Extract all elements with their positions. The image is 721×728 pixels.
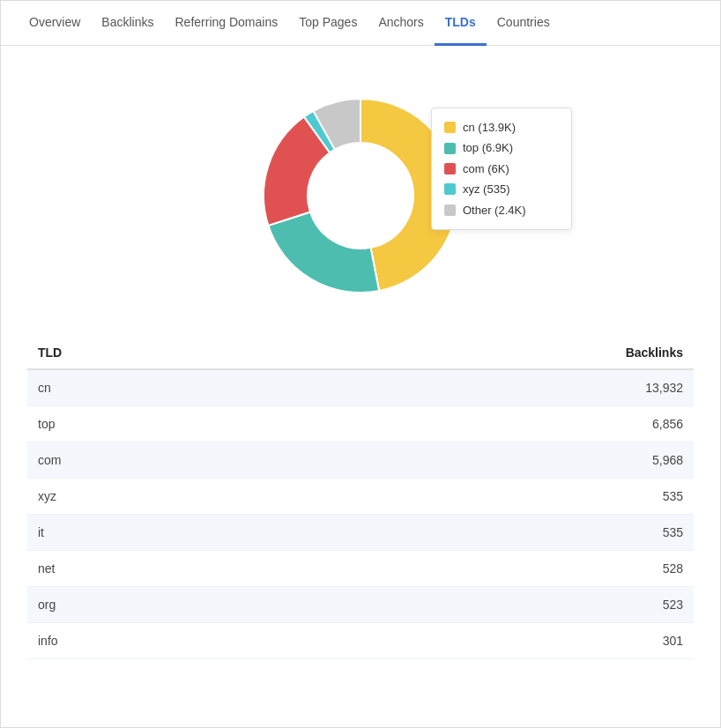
nav-tab-countries[interactable]: Countries [487, 1, 561, 46]
tld-cell: it [27, 515, 270, 551]
nav-tab-referring-domains[interactable]: Referring Domains [165, 1, 289, 46]
tld-cell: org [27, 587, 270, 623]
tooltip-item: top (6.9K) [444, 137, 559, 158]
tooltip-label: xyz (535) [463, 179, 509, 199]
nav-tab-overview[interactable]: Overview [19, 1, 91, 46]
nav-tab-backlinks[interactable]: Backlinks [91, 1, 164, 46]
tld-table: TLD Backlinks cn13,932top6,856com5,968xy… [27, 337, 694, 659]
backlinks-cell: 523 [270, 587, 694, 623]
col-backlinks-header: Backlinks [270, 337, 694, 369]
table-row: org523 [27, 587, 694, 623]
tld-cell: net [27, 551, 270, 587]
table-row: xyz535 [27, 479, 694, 515]
table-row: com5,968 [27, 442, 694, 479]
table-row: top6,856 [27, 406, 694, 442]
tooltip-swatch [444, 143, 456, 154]
chart-area: cn (13.9K)top (6.9K)com (6K)xyz (535)Oth… [1, 46, 720, 328]
backlinks-cell: 535 [270, 515, 694, 551]
tooltip-item: cn (13.9K) [444, 117, 559, 137]
backlinks-cell: 528 [270, 551, 694, 587]
tld-cell: com [27, 442, 270, 479]
nav-tabs: OverviewBacklinksReferring DomainsTop Pa… [1, 1, 720, 46]
backlinks-cell: 6,856 [270, 406, 694, 442]
table-section: TLD Backlinks cn13,932top6,856com5,968xy… [1, 328, 720, 686]
tld-cell: info [27, 623, 270, 659]
tld-cell: top [27, 406, 270, 442]
table-row: cn13,932 [27, 369, 694, 406]
tooltip-item: xyz (535) [444, 179, 559, 199]
donut-segment-1 [268, 212, 379, 293]
tooltip-swatch [444, 163, 456, 175]
nav-tab-top-pages[interactable]: Top Pages [288, 1, 368, 46]
table-row: net528 [27, 551, 694, 587]
backlinks-cell: 301 [270, 623, 694, 659]
nav-tab-anchors[interactable]: Anchors [368, 1, 434, 46]
col-tld-header: TLD [27, 337, 270, 369]
backlinks-cell: 5,968 [270, 442, 694, 479]
backlinks-cell: 535 [270, 479, 694, 515]
tooltip-label: cn (13.9K) [463, 117, 516, 137]
tooltip-label: com (6K) [463, 159, 509, 179]
donut-chart: cn (13.9K)top (6.9K)com (6K)xyz (535)Oth… [246, 81, 475, 310]
tooltip-swatch [444, 183, 456, 195]
tooltip-swatch [444, 122, 456, 133]
chart-tooltip: cn (13.9K)top (6.9K)com (6K)xyz (535)Oth… [431, 108, 572, 230]
backlinks-cell: 13,932 [270, 369, 694, 406]
tooltip-label: top (6.9K) [463, 137, 513, 158]
tooltip-label: Other (2.4K) [463, 200, 526, 220]
tooltip-swatch [444, 204, 456, 216]
nav-tab-tlds[interactable]: TLDs [435, 1, 487, 46]
tld-cell: xyz [27, 479, 270, 515]
table-row: info301 [27, 623, 694, 659]
table-row: it535 [27, 515, 694, 551]
tld-cell: cn [27, 369, 270, 406]
tooltip-item: com (6K) [444, 159, 559, 179]
tooltip-item: Other (2.4K) [444, 200, 559, 220]
